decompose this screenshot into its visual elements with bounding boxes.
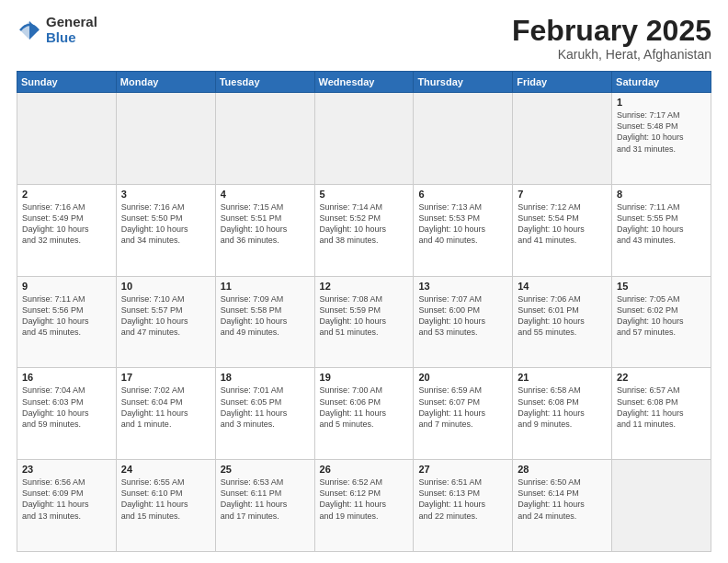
day-number: 3: [121, 189, 210, 200]
day-info: Sunrise: 7:13 AM Sunset: 5:53 PM Dayligh…: [418, 201, 507, 247]
day-info: Sunrise: 6:50 AM Sunset: 6:14 PM Dayligh…: [518, 477, 607, 522]
calendar-cell: 8Sunrise: 7:11 AM Sunset: 5:55 PM Daylig…: [612, 184, 711, 276]
calendar-cell: 27Sunrise: 6:51 AM Sunset: 6:13 PM Dayli…: [414, 460, 513, 552]
day-info: Sunrise: 6:53 AM Sunset: 6:11 PM Dayligh…: [221, 477, 310, 522]
calendar-cell: [215, 93, 314, 185]
calendar-cell: 22Sunrise: 6:57 AM Sunset: 6:08 PM Dayli…: [612, 368, 711, 460]
calendar-cell: 9Sunrise: 7:11 AM Sunset: 5:56 PM Daylig…: [17, 276, 117, 368]
weekday-header-wednesday: Wednesday: [314, 72, 414, 93]
day-number: 5: [320, 189, 409, 200]
calendar-cell: 10Sunrise: 7:10 AM Sunset: 5:57 PM Dayli…: [116, 276, 215, 368]
day-info: Sunrise: 7:08 AM Sunset: 5:59 PM Dayligh…: [320, 293, 409, 339]
calendar-cell: [513, 93, 612, 185]
day-number: 21: [518, 372, 607, 383]
calendar-cell: 16Sunrise: 7:04 AM Sunset: 6:03 PM Dayli…: [17, 368, 117, 460]
calendar-cell: 18Sunrise: 7:01 AM Sunset: 6:05 PM Dayli…: [215, 368, 314, 460]
location-title: Karukh, Herat, Afghanistan: [512, 47, 711, 62]
day-info: Sunrise: 7:06 AM Sunset: 6:01 PM Dayligh…: [518, 293, 607, 339]
title-block: February 2025 Karukh, Herat, Afghanistan: [512, 15, 711, 62]
calendar-cell: 17Sunrise: 7:02 AM Sunset: 6:04 PM Dayli…: [116, 368, 215, 460]
day-number: 22: [617, 372, 706, 383]
calendar-cell: 7Sunrise: 7:12 AM Sunset: 5:54 PM Daylig…: [513, 184, 612, 276]
calendar-cell: 23Sunrise: 6:56 AM Sunset: 6:09 PM Dayli…: [17, 460, 117, 552]
day-info: Sunrise: 6:57 AM Sunset: 6:08 PM Dayligh…: [617, 385, 706, 430]
day-number: 26: [320, 464, 409, 475]
weekday-header-row: SundayMondayTuesdayWednesdayThursdayFrid…: [17, 72, 711, 93]
day-number: 12: [320, 281, 409, 292]
day-info: Sunrise: 6:55 AM Sunset: 6:10 PM Dayligh…: [121, 477, 210, 522]
day-info: Sunrise: 7:17 AM Sunset: 5:48 PM Dayligh…: [617, 109, 706, 155]
day-info: Sunrise: 7:15 AM Sunset: 5:51 PM Dayligh…: [221, 201, 310, 247]
day-number: 14: [518, 281, 607, 292]
day-info: Sunrise: 7:02 AM Sunset: 6:04 PM Dayligh…: [121, 385, 210, 430]
calendar-cell: 26Sunrise: 6:52 AM Sunset: 6:12 PM Dayli…: [314, 460, 414, 552]
calendar-page: General Blue February 2025 Karukh, Herat…: [0, 0, 728, 563]
day-info: Sunrise: 7:10 AM Sunset: 5:57 PM Dayligh…: [121, 293, 210, 339]
day-number: 24: [121, 464, 210, 475]
day-info: Sunrise: 7:04 AM Sunset: 6:03 PM Dayligh…: [22, 385, 111, 430]
week-row-3: 9Sunrise: 7:11 AM Sunset: 5:56 PM Daylig…: [17, 276, 711, 368]
calendar-cell: 20Sunrise: 6:59 AM Sunset: 6:07 PM Dayli…: [414, 368, 513, 460]
logo-text: General Blue: [46, 15, 97, 45]
day-info: Sunrise: 7:14 AM Sunset: 5:52 PM Dayligh…: [320, 201, 409, 247]
day-info: Sunrise: 6:51 AM Sunset: 6:13 PM Dayligh…: [418, 477, 507, 522]
calendar-cell: 4Sunrise: 7:15 AM Sunset: 5:51 PM Daylig…: [215, 184, 314, 276]
day-info: Sunrise: 7:11 AM Sunset: 5:56 PM Dayligh…: [22, 293, 111, 339]
day-number: 2: [22, 189, 111, 200]
calendar-cell: 28Sunrise: 6:50 AM Sunset: 6:14 PM Dayli…: [513, 460, 612, 552]
day-number: 7: [518, 189, 607, 200]
weekday-header-monday: Monday: [116, 72, 215, 93]
calendar-cell: 25Sunrise: 6:53 AM Sunset: 6:11 PM Dayli…: [215, 460, 314, 552]
calendar-cell: 6Sunrise: 7:13 AM Sunset: 5:53 PM Daylig…: [414, 184, 513, 276]
calendar-cell: 3Sunrise: 7:16 AM Sunset: 5:50 PM Daylig…: [116, 184, 215, 276]
day-info: Sunrise: 7:09 AM Sunset: 5:58 PM Dayligh…: [221, 293, 310, 339]
month-title: February 2025: [512, 15, 711, 47]
weekday-header-saturday: Saturday: [612, 72, 711, 93]
day-info: Sunrise: 7:05 AM Sunset: 6:02 PM Dayligh…: [617, 293, 706, 339]
day-info: Sunrise: 6:58 AM Sunset: 6:08 PM Dayligh…: [518, 385, 607, 430]
day-info: Sunrise: 7:00 AM Sunset: 6:06 PM Dayligh…: [320, 385, 409, 430]
day-number: 17: [121, 372, 210, 383]
day-number: 28: [518, 464, 607, 475]
logo-blue-text: Blue: [46, 30, 97, 46]
day-number: 6: [418, 189, 507, 200]
calendar-cell: [414, 93, 513, 185]
day-info: Sunrise: 7:07 AM Sunset: 6:00 PM Dayligh…: [418, 293, 507, 339]
day-number: 10: [121, 281, 210, 292]
calendar-cell: [17, 93, 117, 185]
calendar-cell: 12Sunrise: 7:08 AM Sunset: 5:59 PM Dayli…: [314, 276, 414, 368]
calendar-cell: 5Sunrise: 7:14 AM Sunset: 5:52 PM Daylig…: [314, 184, 414, 276]
day-number: 20: [418, 372, 507, 383]
day-info: Sunrise: 6:59 AM Sunset: 6:07 PM Dayligh…: [418, 385, 507, 430]
day-number: 27: [418, 464, 507, 475]
week-row-4: 16Sunrise: 7:04 AM Sunset: 6:03 PM Dayli…: [17, 368, 711, 460]
day-number: 16: [22, 372, 111, 383]
day-number: 9: [22, 281, 111, 292]
week-row-5: 23Sunrise: 6:56 AM Sunset: 6:09 PM Dayli…: [17, 460, 711, 552]
day-number: 11: [221, 281, 310, 292]
day-info: Sunrise: 6:56 AM Sunset: 6:09 PM Dayligh…: [22, 477, 111, 522]
calendar-cell: [314, 93, 414, 185]
calendar-cell: 13Sunrise: 7:07 AM Sunset: 6:00 PM Dayli…: [414, 276, 513, 368]
day-number: 4: [221, 189, 310, 200]
weekday-header-friday: Friday: [513, 72, 612, 93]
day-number: 19: [320, 372, 409, 383]
weekday-header-tuesday: Tuesday: [215, 72, 314, 93]
calendar-cell: 2Sunrise: 7:16 AM Sunset: 5:49 PM Daylig…: [17, 184, 117, 276]
day-number: 13: [418, 281, 507, 292]
calendar-cell: 24Sunrise: 6:55 AM Sunset: 6:10 PM Dayli…: [116, 460, 215, 552]
day-info: Sunrise: 7:11 AM Sunset: 5:55 PM Dayligh…: [617, 201, 706, 247]
logo-general-text: General: [46, 15, 97, 30]
calendar-cell: 21Sunrise: 6:58 AM Sunset: 6:08 PM Dayli…: [513, 368, 612, 460]
week-row-2: 2Sunrise: 7:16 AM Sunset: 5:49 PM Daylig…: [17, 184, 711, 276]
day-number: 1: [617, 97, 706, 108]
calendar-cell: [612, 460, 711, 552]
day-number: 8: [617, 189, 706, 200]
day-info: Sunrise: 6:52 AM Sunset: 6:12 PM Dayligh…: [320, 477, 409, 522]
calendar-cell: 11Sunrise: 7:09 AM Sunset: 5:58 PM Dayli…: [215, 276, 314, 368]
calendar-table: SundayMondayTuesdayWednesdayThursdayFrid…: [17, 71, 711, 552]
logo-icon: [17, 17, 42, 43]
weekday-header-thursday: Thursday: [414, 72, 513, 93]
calendar-cell: 15Sunrise: 7:05 AM Sunset: 6:02 PM Dayli…: [612, 276, 711, 368]
day-info: Sunrise: 7:01 AM Sunset: 6:05 PM Dayligh…: [221, 385, 310, 430]
